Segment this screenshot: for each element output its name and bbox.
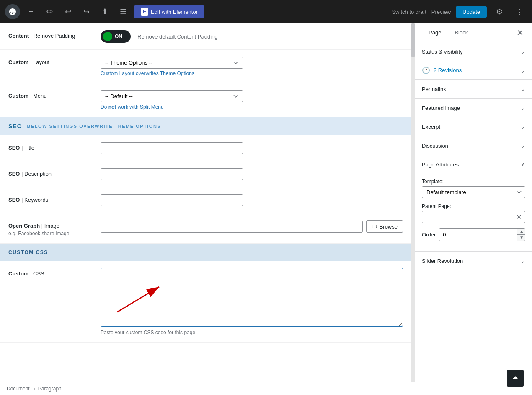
permalink-header[interactable]: Permalink ⌄: [415, 80, 532, 98]
revisions-row[interactable]: 🕐 2 Revisions ⌄: [415, 61, 532, 80]
seo-label: SEO: [8, 123, 22, 130]
excerpt-label: Excerpt: [422, 124, 440, 130]
elementor-btn-label: Edit with Elementor: [151, 9, 198, 15]
custom-layout-select[interactable]: -- Theme Options -- Full Width Boxed Lef…: [101, 57, 243, 69]
custom-menu-hint: Do not work with Split Menu: [101, 104, 403, 110]
open-graph-row: Open Graph | Image e.g. Facebook share i…: [0, 213, 411, 244]
custom-layout-label: Custom | Layout: [8, 57, 92, 65]
slider-revolution-header[interactable]: Slider Revolution ⌄: [415, 252, 532, 270]
custom-menu-row: Custom | Menu -- Default -- Main Menu Se…: [0, 83, 411, 117]
custom-css-section-header: CUSTOM CSS: [0, 244, 411, 261]
status-paragraph: Paragraph: [38, 386, 62, 392]
redo-button[interactable]: ↪: [79, 4, 94, 19]
more-options-icon[interactable]: ⋮: [512, 4, 527, 19]
custom-css-row: Custom | CSS Paste your custom CSS: [0, 261, 411, 343]
seo-title-label: SEO | Title: [8, 142, 92, 151]
wp-logo[interactable]: [5, 4, 20, 19]
sidebar-tabs: Page Block ✕: [415, 23, 532, 42]
preview-link[interactable]: Preview: [431, 9, 451, 15]
toggle-circle: [103, 32, 112, 41]
custom-css-hint: Paste your custom CSS code for this page: [101, 330, 403, 335]
browse-button[interactable]: ⬚ Browse: [366, 220, 403, 233]
seo-keywords-content: [101, 194, 403, 206]
seo-title-input[interactable]: [101, 142, 243, 154]
main-scrollbar[interactable]: [411, 23, 415, 395]
open-graph-hint: e.g. Facebook share image: [8, 231, 92, 236]
permalink-section: Permalink ⌄: [415, 80, 532, 99]
custom-menu-content: -- Default -- Main Menu Secondary Menu D…: [101, 90, 403, 110]
order-increment-button[interactable]: ▲: [517, 229, 525, 235]
elementor-icon: E: [141, 8, 148, 16]
discussion-chevron: ⌄: [520, 142, 525, 149]
status-visibility-section: Status & visibility ⌄: [415, 42, 532, 61]
discussion-header[interactable]: Discussion ⌄: [415, 136, 532, 155]
seo-keywords-input[interactable]: [101, 194, 243, 206]
content-remove-padding-content: ON Remove default Content Padding: [101, 30, 403, 43]
excerpt-chevron: ⌄: [520, 123, 525, 130]
excerpt-header[interactable]: Excerpt ⌄: [415, 117, 532, 136]
status-visibility-header[interactable]: Status & visibility ⌄: [415, 42, 532, 61]
settings-icon[interactable]: ⚙: [492, 4, 507, 19]
discussion-section: Discussion ⌄: [415, 136, 532, 155]
toolbar-right: Switch to draft Preview Update ⚙ ⋮: [392, 4, 527, 19]
sidebar-tab-group: Page Block: [422, 23, 475, 42]
toggle-row: ON Remove default Content Padding: [101, 30, 403, 43]
order-decrement-button[interactable]: ▼: [517, 235, 525, 241]
toggle-label: ON: [115, 34, 122, 39]
featured-image-chevron: ⌄: [520, 104, 525, 111]
menu-button[interactable]: ☰: [116, 4, 131, 19]
parent-page-input[interactable]: [422, 211, 513, 223]
page-attributes-label: Page Attributes: [422, 161, 459, 168]
order-spinners: ▲ ▼: [517, 229, 525, 241]
custom-css-content: Paste your custom CSS code for this page: [101, 268, 403, 335]
order-input[interactable]: 0: [439, 229, 517, 241]
seo-keywords-row: SEO | Keywords: [0, 187, 411, 213]
seo-description-content: [101, 168, 403, 180]
order-row: Order 0 ▲ ▼: [422, 228, 525, 241]
scroll-to-top-button[interactable]: [507, 370, 524, 387]
info-button[interactable]: ℹ: [97, 4, 112, 19]
content-remove-padding-label: Content | Remove Padding: [8, 30, 92, 39]
close-sidebar-button[interactable]: ✕: [515, 27, 525, 39]
status-visibility-chevron: ⌄: [520, 48, 525, 55]
custom-css-label: Custom | CSS: [8, 268, 92, 277]
undo-button[interactable]: ↩: [60, 4, 75, 19]
tab-block[interactable]: Block: [448, 23, 475, 42]
seo-hint: BELOW SETTINGS OVERWRITE THEME OPTIONS: [27, 124, 161, 129]
featured-image-label: Featured image: [422, 105, 460, 111]
permalink-label: Permalink: [422, 86, 446, 92]
tab-page[interactable]: Page: [422, 23, 448, 42]
featured-image-section: Featured image ⌄: [415, 99, 532, 117]
page-attributes-chevron: ∧: [521, 161, 525, 168]
content-remove-padding-row: Content | Remove Padding ON Remove defau…: [0, 23, 411, 50]
seo-description-input[interactable]: [101, 168, 243, 180]
seo-title-content: [101, 142, 403, 154]
parent-page-label: Parent Page:: [422, 203, 525, 209]
revisions-label: 2 Revisions: [434, 67, 462, 73]
custom-menu-select[interactable]: -- Default -- Main Menu Secondary Menu: [101, 90, 243, 102]
left-panel: Content | Remove Padding ON Remove defau…: [0, 23, 411, 395]
browse-icon: ⬚: [372, 223, 377, 230]
browse-label: Browse: [380, 223, 398, 230]
excerpt-section: Excerpt ⌄: [415, 117, 532, 136]
update-button[interactable]: Update: [456, 6, 487, 18]
edit-with-elementor-button[interactable]: E Edit with Elementor: [134, 5, 204, 18]
slider-revolution-section: Slider Revolution ⌄: [415, 252, 532, 270]
edit-button[interactable]: ✏: [42, 4, 57, 19]
order-label: Order: [422, 231, 436, 238]
open-graph-image-input[interactable]: [101, 221, 363, 233]
parent-page-clear-icon[interactable]: ✕: [513, 214, 525, 221]
add-button[interactable]: +: [23, 4, 39, 19]
seo-description-label: SEO | Description: [8, 168, 92, 177]
template-select[interactable]: Default template Full Width Landing Page: [422, 186, 525, 198]
slider-revolution-label: Slider Revolution: [422, 258, 463, 264]
parent-page-input-row: ✕: [422, 211, 525, 223]
status-document: Document: [7, 386, 30, 392]
remove-padding-toggle[interactable]: ON: [101, 30, 131, 43]
featured-image-header[interactable]: Featured image ⌄: [415, 99, 532, 117]
page-attributes-header[interactable]: Page Attributes ∧: [415, 155, 532, 174]
switch-draft-link[interactable]: Switch to draft: [392, 9, 426, 15]
page-attributes-section: Page Attributes ∧ Template: Default temp…: [415, 155, 532, 252]
custom-css-textarea[interactable]: [101, 268, 403, 327]
template-label: Template:: [422, 179, 525, 185]
